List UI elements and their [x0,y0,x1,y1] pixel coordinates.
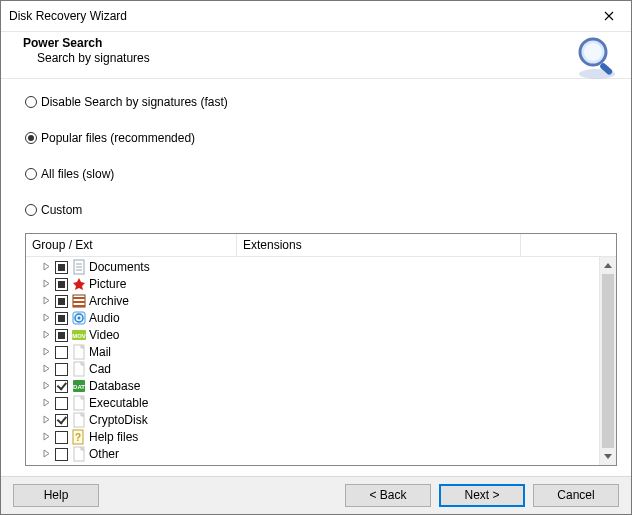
radio-disable-search[interactable]: Disable Search by signatures (fast) [25,95,617,109]
tree-checkbox[interactable] [55,363,68,376]
svg-text:MOV: MOV [72,333,86,339]
tree-checkbox[interactable] [55,278,68,291]
blank-icon [71,344,87,360]
tree-checkbox[interactable] [55,312,68,325]
expand-icon[interactable] [40,380,52,393]
back-button[interactable]: < Back [345,484,431,507]
column-header-blank[interactable] [521,234,616,256]
radio-all-files[interactable]: All files (slow) [25,167,617,181]
expand-icon[interactable] [40,278,52,291]
tree-item-label: Other [89,447,119,461]
tree-checkbox[interactable] [55,295,68,308]
column-header-extensions[interactable]: Extensions [237,234,521,256]
radio-custom[interactable]: Custom [25,203,617,217]
svg-rect-9 [73,297,85,299]
tree-checkbox[interactable] [55,397,68,410]
tree-row[interactable]: Executable [26,395,599,412]
expand-icon[interactable] [40,261,52,274]
radio-label: Popular files (recommended) [41,131,195,145]
magnifier-icon [573,34,621,85]
tree-row[interactable]: CryptoDisk [26,412,599,429]
tree-header: Group / Ext Extensions [26,234,616,257]
tree-row[interactable]: Mail [26,344,599,361]
tree-item-label: Help files [89,430,138,444]
tree-checkbox[interactable] [55,431,68,444]
tree-row[interactable]: Cad [26,361,599,378]
tree-row[interactable]: Picture [26,276,599,293]
scroll-up-button[interactable] [600,257,616,274]
tree-checkbox[interactable] [55,448,68,461]
wizard-window: Disk Recovery Wizard Power Search Search… [0,0,632,515]
blank-icon [71,361,87,377]
tree-list[interactable]: DocumentsPictureArchiveAudioMOVVideoMail… [26,257,599,465]
tree-item-label: Picture [89,277,126,291]
tree-item-label: Cad [89,362,111,376]
titlebar: Disk Recovery Wizard [1,1,631,31]
chevron-down-icon [604,454,612,459]
wizard-header: Power Search Search by signatures [1,32,631,78]
expand-icon[interactable] [40,329,52,342]
radio-icon [25,168,37,180]
tree-row[interactable]: ?Help files [26,429,599,446]
svg-text:DAT: DAT [73,384,85,390]
tree-row[interactable]: Audio [26,310,599,327]
tree-row[interactable]: DATDatabase [26,378,599,395]
scroll-track[interactable] [600,274,616,448]
tree-item-label: Documents [89,260,150,274]
blank-icon [71,412,87,428]
tree-checkbox[interactable] [55,329,68,342]
tree-checkbox[interactable] [55,414,68,427]
pic-icon [71,276,87,292]
radio-icon [25,96,37,108]
radio-popular-files[interactable]: Popular files (recommended) [25,131,617,145]
window-title: Disk Recovery Wizard [9,9,127,23]
tree-item-label: Database [89,379,140,393]
svg-text:?: ? [75,432,81,443]
blank-icon [71,395,87,411]
wizard-footer: Help < Back Next > Cancel [1,477,631,514]
expand-icon[interactable] [40,295,52,308]
tree-item-label: Mail [89,345,111,359]
column-header-group[interactable]: Group / Ext [26,234,237,256]
svg-point-2 [584,43,602,61]
expand-icon[interactable] [40,312,52,325]
page-title: Power Search [23,36,621,50]
svg-rect-11 [73,305,85,307]
tree-item-label: CryptoDisk [89,413,148,427]
radio-label: Custom [41,203,82,217]
content-area: Disable Search by signatures (fast) Popu… [1,79,631,476]
scroll-down-button[interactable] [600,448,616,465]
tree-row[interactable]: Documents [26,259,599,276]
expand-icon[interactable] [40,431,52,444]
radio-label: All files (slow) [41,167,114,181]
blank-icon [71,446,87,462]
tree-item-label: Executable [89,396,148,410]
close-icon [604,11,614,21]
arc-icon [71,293,87,309]
expand-icon[interactable] [40,448,52,461]
aud-icon [71,310,87,326]
expand-icon[interactable] [40,414,52,427]
radio-icon [25,132,37,144]
tree-row[interactable]: MOVVideo [26,327,599,344]
tree-checkbox[interactable] [55,261,68,274]
doc-icon [71,259,87,275]
help-button[interactable]: Help [13,484,99,507]
help-icon: ? [71,429,87,445]
next-button[interactable]: Next > [439,484,525,507]
vid-icon: MOV [71,327,87,343]
tree-row[interactable]: Other [26,446,599,463]
file-types-tree: Group / Ext Extensions DocumentsPictureA… [25,233,617,466]
close-button[interactable] [586,1,631,31]
radio-label: Disable Search by signatures (fast) [41,95,228,109]
vertical-scrollbar[interactable] [599,257,616,465]
cancel-button[interactable]: Cancel [533,484,619,507]
tree-item-label: Archive [89,294,129,308]
expand-icon[interactable] [40,363,52,376]
tree-checkbox[interactable] [55,346,68,359]
expand-icon[interactable] [40,346,52,359]
tree-checkbox[interactable] [55,380,68,393]
tree-row[interactable]: Archive [26,293,599,310]
expand-icon[interactable] [40,397,52,410]
scroll-thumb[interactable] [602,274,614,448]
